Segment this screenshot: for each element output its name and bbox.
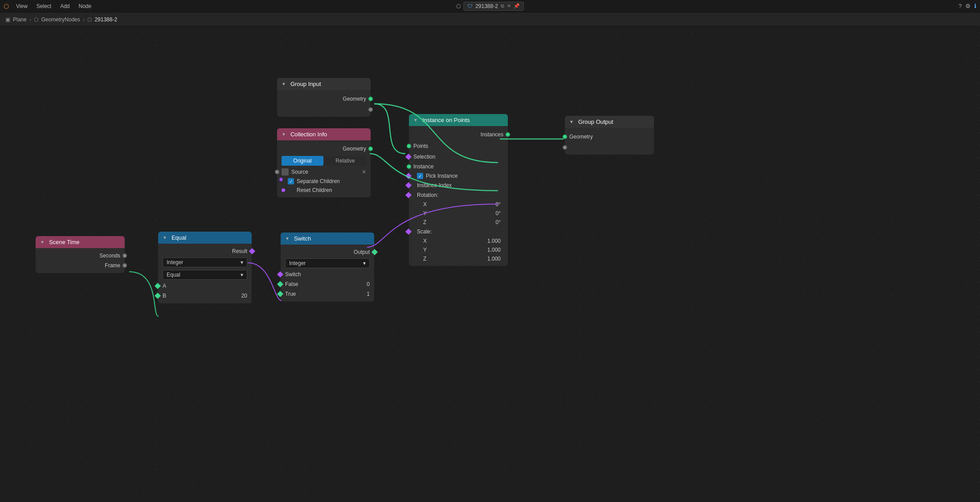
separate-children-socket: [279, 178, 283, 181]
iop-instance-index-label: Instance Index: [417, 182, 452, 188]
group-output-title: Group Output: [578, 118, 613, 125]
switch-header[interactable]: ▼ Switch: [281, 233, 374, 245]
separate-children-label: Separate Children: [297, 178, 340, 184]
group-output-collapse[interactable]: ▼: [569, 119, 574, 124]
menu-item-add[interactable]: Add: [58, 2, 71, 10]
switch-output-row: Output: [281, 247, 374, 257]
reset-children-label: Reset Children: [297, 187, 332, 193]
group-input-collapse[interactable]: ▼: [282, 82, 286, 86]
group-output-header[interactable]: ▼ Group Output: [565, 116, 654, 128]
breadcrumb-filename[interactable]: 291388-2: [94, 16, 117, 23]
group-input-node: ▼ Group Input Geometry: [277, 78, 371, 117]
scene-time-seconds-label: Seconds: [99, 253, 120, 259]
iop-rotation-x-val[interactable]: 0°: [496, 201, 501, 208]
separate-children-checkbox[interactable]: ✓: [288, 178, 294, 184]
shield-icon: 🛡: [467, 3, 473, 9]
group-output-empty-row: [565, 143, 654, 152]
iop-scale-y-val[interactable]: 1.000: [487, 247, 501, 253]
iop-rotation-z-val[interactable]: 0°: [496, 219, 501, 225]
equal-result-row: Result: [158, 246, 252, 256]
iop-scale-x-val[interactable]: 1.000: [487, 238, 501, 244]
equal-type-chevron: ▾: [241, 259, 243, 265]
switch-switch-label: Switch: [285, 271, 301, 278]
scene-time-seconds-socket: [122, 253, 127, 258]
switch-node: ▼ Switch Output Integer ▾ Switch False: [281, 233, 374, 302]
iop-scale-x-row: X 1.000: [409, 237, 508, 245]
equal-type-dropdown[interactable]: Integer ▾: [163, 257, 247, 267]
iop-rotation-y-label: Y: [423, 210, 427, 216]
info-icon[interactable]: ℹ: [974, 3, 976, 9]
menu-item-view[interactable]: View: [14, 2, 29, 10]
iop-rotation-x-row: X 0°: [409, 200, 508, 209]
iop-instances-label: Instances: [481, 131, 503, 138]
scene-time-header[interactable]: ▼ Scene Time: [36, 236, 125, 248]
breadcrumb-plane[interactable]: Plane: [13, 16, 27, 23]
group-input-geometry-row: Geometry: [277, 93, 371, 105]
menu-item-node[interactable]: Node: [77, 2, 94, 10]
equal-node: ▼ Equal Result Integer ▾ Equal ▾: [158, 232, 252, 303]
source-clear-icon[interactable]: ✕: [362, 169, 366, 175]
source-label: Source: [291, 169, 308, 175]
iop-pick-instance-row: ✓ Pick Instance: [409, 171, 508, 180]
equal-op-dropdown[interactable]: Equal ▾: [163, 270, 247, 280]
iop-rotation-y-row: Y 0°: [409, 209, 508, 218]
copy-icon[interactable]: ⧉: [501, 3, 504, 9]
help-icon[interactable]: ?: [959, 3, 962, 9]
collection-info-source-socket: [275, 170, 279, 174]
switch-false-label: False: [285, 281, 298, 287]
equal-b-socket: [155, 293, 161, 299]
scene-time-body: Seconds Frame: [36, 248, 125, 273]
equal-collapse[interactable]: ▼: [163, 235, 167, 240]
scene-time-collapse[interactable]: ▼: [40, 240, 45, 245]
iop-header[interactable]: ▼ Instance on Points: [409, 114, 508, 126]
instance-on-points-node: ▼ Instance on Points Instances Points Se…: [409, 114, 508, 266]
switch-type-dropdown[interactable]: Integer ▾: [285, 258, 370, 268]
collection-info-collapse[interactable]: ▼: [282, 132, 286, 137]
equal-title: Equal: [172, 234, 186, 241]
switch-true-row: True 1: [281, 289, 374, 299]
switch-true-label: True: [285, 291, 296, 297]
blender-logo-icon[interactable]: ⬡: [4, 3, 9, 10]
switch-collapse[interactable]: ▼: [285, 236, 290, 241]
iop-pick-checkbox[interactable]: ✓: [417, 173, 423, 179]
btn-original-label: Original: [293, 158, 311, 164]
btn-original[interactable]: Original: [282, 156, 323, 166]
collection-info-geometry-row: Geometry: [277, 143, 371, 155]
breadcrumb-bar: ▣ Plane › ⬡ GeometryNodes › ⬡ 291388-2: [0, 12, 980, 27]
settings-icon[interactable]: ⚙: [965, 3, 971, 9]
collection-info-header[interactable]: ▼ Collection Info: [277, 128, 371, 140]
iop-scale-z-val[interactable]: 1.000: [487, 256, 501, 262]
close-icon[interactable]: ✕: [507, 3, 511, 9]
iop-scale-y-label: Y: [423, 247, 427, 253]
iop-rotation-label-row: Rotation:: [409, 190, 508, 200]
iop-collapse[interactable]: ▼: [413, 118, 418, 122]
iop-scale-z-row: Z 1.000: [409, 254, 508, 263]
iop-pick-socket: [405, 173, 412, 179]
switch-true-value[interactable]: 1: [367, 291, 370, 297]
collection-info-node: ▼ Collection Info Geometry Original Rela…: [277, 128, 371, 197]
group-output-node: ▼ Group Output Geometry: [565, 116, 654, 155]
switch-false-value[interactable]: 0: [367, 281, 370, 287]
switch-false-row: False 0: [281, 279, 374, 289]
switch-switch-row: Switch: [281, 269, 374, 279]
top-bar-left: ⬡ View Select Add Node: [4, 2, 93, 10]
filename-display[interactable]: 🛡 291388-2 ⧉ ✕ 📌: [463, 2, 524, 11]
equal-header[interactable]: ▼ Equal: [158, 232, 252, 244]
node-canvas[interactable]: ▼ Scene Time Seconds Frame ▼ Equal Resul…: [0, 27, 980, 502]
pin-icon[interactable]: 📌: [514, 3, 520, 9]
breadcrumb-geo-icon: ⬡: [34, 16, 38, 23]
scene-time-frame-socket: [122, 263, 127, 268]
breadcrumb-file-icon: ⬡: [87, 16, 92, 23]
menu-item-select[interactable]: Select: [35, 2, 53, 10]
scene-time-node: ▼ Scene Time Seconds Frame: [36, 236, 125, 273]
equal-b-value[interactable]: 20: [241, 293, 247, 299]
breadcrumb-geometry-nodes[interactable]: GeometryNodes: [41, 16, 80, 23]
group-input-geometry-socket: [368, 97, 373, 101]
switch-false-socket: [277, 281, 283, 287]
top-bar-right: ? ⚙ ℹ: [959, 3, 976, 9]
filename-text: 291388-2: [475, 3, 498, 9]
group-input-header[interactable]: ▼ Group Input: [277, 78, 371, 90]
equal-b-label: B: [163, 293, 166, 299]
iop-rotation-y-val[interactable]: 0°: [496, 210, 501, 216]
btn-relative[interactable]: Relative: [324, 156, 366, 166]
